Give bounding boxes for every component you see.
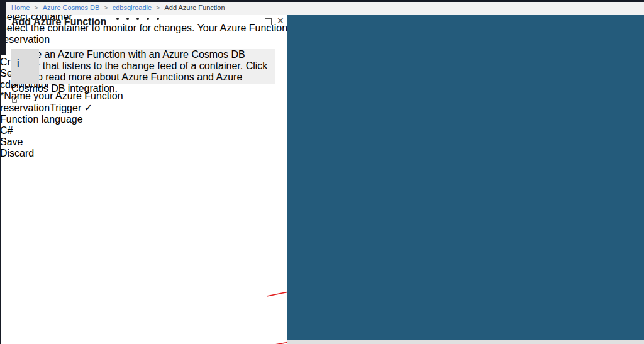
breadcrumb-separator: > — [156, 4, 160, 11]
azure-portal-screen: Home > Azure Cosmos DB > cdbsqlroadie > … — [0, 0, 644, 344]
close-blade-icon[interactable]: ✕ — [277, 16, 284, 26]
breadcrumb-azure-cosmos-db[interactable]: Azure Cosmos DB — [43, 4, 99, 11]
breadcrumb-cdbsqlroadie[interactable]: cdbsqlroadie — [113, 4, 152, 11]
maximize-icon[interactable] — [265, 18, 272, 25]
portal-background-panel — [287, 15, 644, 340]
breadcrumb-current-page: Add Azure Function — [165, 4, 225, 11]
info-banner-text: Create an Azure Function with an Azure C… — [11, 49, 275, 94]
function-language-dropdown[interactable]: C# — [0, 125, 233, 136]
container-dropdown[interactable]: reservation — [0, 34, 234, 45]
breadcrumb-separator: > — [104, 4, 108, 11]
function-language-dropdown-value: C# — [0, 125, 13, 136]
breadcrumb: Home > Azure Cosmos DB > cdbsqlroadie > … — [11, 4, 225, 11]
blade-loading-dots-icon — [116, 18, 159, 20]
breadcrumb-separator: > — [34, 4, 38, 11]
info-banner: i Create an Azure Function with an Azure… — [11, 49, 275, 84]
window-left-edge-top — [0, 0, 6, 55]
container-dropdown-value: reservation — [0, 34, 50, 45]
window-top-edge — [0, 0, 644, 2]
breadcrumb-home[interactable]: Home — [11, 4, 30, 11]
info-icon: i — [17, 58, 34, 75]
external-link-icon[interactable] — [11, 96, 19, 103]
bottom-scroll-strip — [287, 340, 644, 344]
breadcrumb-bar: Home > Azure Cosmos DB > cdbsqlroadie > … — [0, 0, 644, 15]
blade-title: Add Azure Function — [11, 16, 106, 28]
info-icon-container: i — [11, 49, 39, 84]
